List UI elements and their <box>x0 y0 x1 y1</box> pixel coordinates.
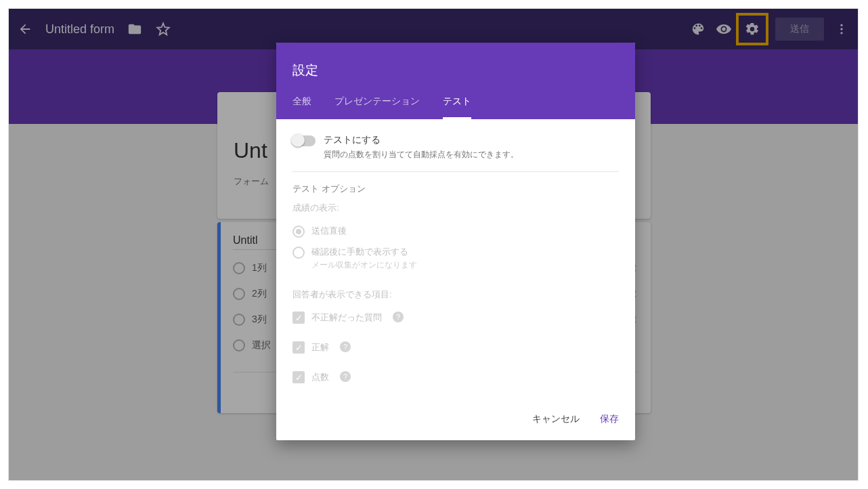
help-icon <box>340 371 351 382</box>
quiz-options-label: テスト オプション <box>292 183 619 195</box>
release-immediate-label: 送信直後 <box>311 225 347 237</box>
radio-icon <box>292 226 305 238</box>
make-quiz-row: テストにする 質問の点数を割り当てて自動採点を有効にできます。 <box>292 134 619 172</box>
tab-general[interactable]: 全般 <box>292 95 311 119</box>
make-quiz-toggle[interactable] <box>292 135 316 146</box>
correct-row: 正解 <box>292 337 619 358</box>
checkbox-icon <box>292 371 305 383</box>
save-button[interactable]: 保存 <box>600 413 619 425</box>
radio-icon <box>292 247 305 259</box>
points-label: 点数 <box>311 371 329 383</box>
release-later-sub: メール収集がオンになります <box>311 259 417 271</box>
modal-footer: キャンセル 保存 <box>276 402 635 440</box>
checkbox-icon <box>292 312 305 324</box>
tab-presentation[interactable]: プレゼンテーション <box>334 95 420 119</box>
settings-modal: 設定 全般 プレゼンテーション テスト テストにする 質問の点数を割り当てて自動… <box>276 43 635 440</box>
release-heading: 成績の表示: <box>292 202 619 214</box>
modal-header: 設定 全般 プレゼンテーション テスト <box>276 43 635 119</box>
tab-test[interactable]: テスト <box>443 95 471 119</box>
make-quiz-label: テストにする <box>324 134 519 146</box>
modal-tabs: 全般 プレゼンテーション テスト <box>292 95 619 119</box>
cancel-button[interactable]: キャンセル <box>532 413 580 425</box>
release-later-label: 確認後に手動で表示する <box>311 246 417 258</box>
modal-body: テストにする 質問の点数を割り当てて自動採点を有効にできます。 テスト オプショ… <box>276 119 635 402</box>
release-immediate-row: 送信直後 <box>292 221 619 242</box>
modal-title: 設定 <box>292 62 619 79</box>
help-icon <box>393 312 404 322</box>
missed-label: 不正解だった質問 <box>311 312 382 324</box>
points-row: 点数 <box>292 367 619 387</box>
make-quiz-desc: 質問の点数を割り当てて自動採点を有効にできます。 <box>324 149 519 161</box>
correct-label: 正解 <box>311 341 329 354</box>
checkbox-icon <box>292 341 305 354</box>
missed-row: 不正解だった質問 <box>292 307 619 328</box>
respondent-see-heading: 回答者が表示できる項目: <box>292 289 619 301</box>
release-later-row: 確認後に手動で表示する メール収集がオンになります <box>292 242 619 275</box>
help-icon <box>340 341 351 352</box>
